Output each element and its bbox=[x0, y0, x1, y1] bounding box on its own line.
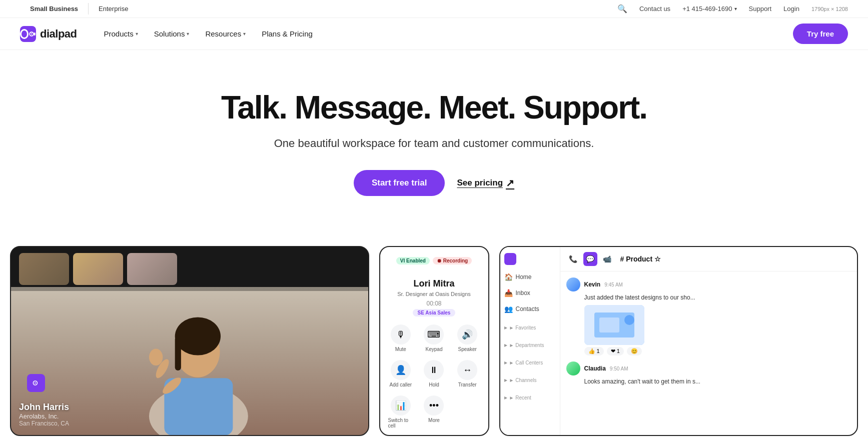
logo[interactable]: dialpad bbox=[20, 26, 77, 42]
msg-nav-channels[interactable]: ▶ ► Channels bbox=[504, 376, 556, 385]
nav-items: Products ▾ Solutions ▾ Resources ▾ Plans… bbox=[97, 26, 320, 42]
call-timer: 00:08 bbox=[426, 300, 441, 307]
contact-us-link[interactable]: Contact us bbox=[639, 5, 670, 12]
hero-subheadline: One beautiful workspace for team and cus… bbox=[20, 137, 848, 150]
video-thumbnail-1 bbox=[19, 253, 69, 285]
msg-nav-contacts[interactable]: 👥 Contacts bbox=[504, 303, 556, 315]
caller-title: Sr. Designer at Oasis Designs bbox=[397, 291, 471, 297]
reaction-smile[interactable]: 😊 bbox=[627, 347, 642, 356]
msg-header: 📞 💬 📹 # Product ☆ bbox=[560, 247, 857, 272]
favorites-chevron-icon: ▶ bbox=[504, 326, 507, 330]
main-nav: dialpad Products ▾ Solutions ▾ Resources… bbox=[0, 18, 868, 50]
msg-nav-icons: 🏠 Home 📥 Inbox 👥 Contacts ▶ ► Favorites … bbox=[504, 271, 556, 402]
login-link[interactable]: Login bbox=[783, 5, 799, 12]
kevin-name: Kevin bbox=[584, 281, 601, 288]
video-call-preview: John Harris Aerolabs, Inc. San Francisco… bbox=[10, 246, 369, 436]
try-free-button[interactable]: Try free bbox=[793, 24, 848, 44]
video-tab-icon[interactable]: 📹 bbox=[600, 252, 614, 266]
reaction-thumbs-up[interactable]: 👍 1 bbox=[584, 347, 604, 356]
reaction-heart[interactable]: ❤ 1 bbox=[607, 347, 624, 356]
kevin-time: 9:45 AM bbox=[604, 282, 623, 288]
hero-section: Talk. Message. Meet. Support. One beauti… bbox=[0, 50, 868, 246]
add-caller-control[interactable]: 👤 Add caller bbox=[388, 360, 414, 388]
transfer-icon: ↔ bbox=[457, 360, 477, 380]
nav-pricing[interactable]: Plans & Pricing bbox=[255, 26, 320, 42]
transfer-control[interactable]: ↔ Transfer bbox=[455, 360, 480, 388]
msg-nav-call-centers[interactable]: ▶ ► Call Centers bbox=[504, 358, 556, 368]
video-person-info: John Harris Aerolabs, Inc. San Francisco… bbox=[19, 402, 69, 427]
call-tag: SE Asia Sales bbox=[413, 309, 456, 316]
resources-chevron-icon: ▾ bbox=[243, 31, 246, 36]
search-icon[interactable]: 🔍 bbox=[617, 4, 627, 14]
message-tab-icon[interactable]: 💬 bbox=[583, 252, 597, 266]
keypad-icon: ⌨ bbox=[424, 324, 444, 344]
more-label: More bbox=[428, 418, 440, 423]
msg-nav-recent[interactable]: ▶ ► Recent bbox=[504, 393, 556, 402]
mute-label: Mute bbox=[395, 346, 406, 352]
mute-icon: 🎙 bbox=[391, 324, 411, 344]
nav-solutions[interactable]: Solutions ▾ bbox=[147, 26, 197, 42]
see-pricing-arrow-icon: ↗ bbox=[506, 177, 514, 189]
msg-header-icons: 📞 💬 📹 bbox=[566, 252, 614, 266]
msg-sender-kevin: Kevin 9:45 AM bbox=[566, 278, 851, 292]
dimensions-label: 1790px × 1208 bbox=[811, 6, 848, 12]
vi-enabled-badge: VI Enabled bbox=[396, 257, 430, 264]
msg-body: Kevin 9:45 AM Just added the latest desi… bbox=[560, 272, 857, 435]
message-image bbox=[584, 305, 644, 345]
hero-headline: Talk. Message. Meet. Support. bbox=[20, 90, 848, 125]
kevin-message-text: Just added the latest designs to our sho… bbox=[584, 294, 851, 302]
phone-status-bar: VI Enabled ⏺ Recording bbox=[396, 257, 472, 264]
logo-icon bbox=[20, 26, 36, 42]
start-free-trial-button[interactable]: Start free trial bbox=[354, 170, 445, 196]
departments-chevron-icon: ▶ bbox=[504, 343, 507, 348]
transfer-label: Transfer bbox=[458, 382, 477, 388]
keypad-control[interactable]: ⌨ Keypad bbox=[421, 324, 447, 352]
support-link[interactable]: Support bbox=[749, 5, 772, 12]
nav-resources[interactable]: Resources ▾ bbox=[198, 26, 253, 42]
home-icon: 🏠 bbox=[504, 273, 513, 281]
msg-main: 📞 💬 📹 # Product ☆ Kevin 9:45 AM Just add… bbox=[560, 247, 857, 435]
svg-point-5 bbox=[175, 317, 220, 355]
hold-icon: ⏸ bbox=[424, 360, 444, 380]
svg-rect-6 bbox=[175, 336, 181, 371]
solutions-chevron-icon: ▾ bbox=[187, 31, 189, 36]
switch-to-cell-icon: 📊 bbox=[391, 396, 411, 416]
switch-to-cell-control[interactable]: 📊 Switch to cell bbox=[388, 396, 414, 428]
video-thumbnail-3 bbox=[127, 253, 177, 285]
msg-sidebar-logo bbox=[504, 253, 516, 265]
svg-point-1 bbox=[31, 33, 32, 34]
speaker-control[interactable]: 🔊 Speaker bbox=[455, 324, 480, 352]
app-previews: John Harris Aerolabs, Inc. San Francisco… bbox=[0, 246, 868, 436]
video-person-location: San Francisco, CA bbox=[19, 420, 69, 427]
phone-number[interactable]: +1 415-469-1690 ▾ bbox=[682, 5, 736, 12]
video-thumbnails bbox=[11, 247, 368, 291]
caller-name: Lori Mitra bbox=[413, 278, 454, 289]
see-pricing-button[interactable]: See pricing ↗ bbox=[457, 177, 514, 189]
speaker-icon: 🔊 bbox=[457, 324, 477, 344]
svg-point-12 bbox=[35, 382, 36, 384]
hold-label: Hold bbox=[429, 382, 439, 388]
msg-nav-departments[interactable]: ▶ ► Departments bbox=[504, 340, 556, 350]
phone-tab-icon[interactable]: 📞 bbox=[566, 252, 580, 266]
mute-control[interactable]: 🎙 Mute bbox=[388, 324, 414, 352]
channels-chevron-icon: ▶ bbox=[504, 378, 507, 382]
claudia-time: 9:50 AM bbox=[610, 366, 628, 372]
tab-enterprise[interactable]: Enterprise bbox=[89, 3, 138, 14]
top-bar: Small Business Enterprise 🔍 Contact us +… bbox=[0, 0, 868, 18]
hero-buttons: Start free trial See pricing ↗ bbox=[20, 170, 848, 196]
call-controls: 🎙 Mute ⌨ Keypad 🔊 Speaker 👤 Add caller ⏸… bbox=[388, 324, 480, 428]
hold-control[interactable]: ⏸ Hold bbox=[421, 360, 447, 388]
tab-small-business[interactable]: Small Business bbox=[20, 3, 89, 14]
call-centers-chevron-icon: ▶ bbox=[504, 360, 507, 365]
msg-nav-favorites[interactable]: ▶ ► Favorites bbox=[504, 323, 556, 332]
video-thumbnail-2 bbox=[73, 253, 123, 285]
top-bar-tabs: Small Business Enterprise bbox=[20, 3, 138, 14]
nav-products[interactable]: Products ▾ bbox=[97, 26, 145, 42]
msg-nav-inbox[interactable]: 📥 Inbox bbox=[504, 287, 556, 299]
kevin-reactions: 👍 1 ❤ 1 😊 bbox=[584, 347, 851, 356]
more-control[interactable]: ••• More bbox=[421, 396, 447, 428]
video-person-company: Aerolabs, Inc. bbox=[19, 412, 69, 420]
products-chevron-icon: ▾ bbox=[136, 31, 138, 36]
claudia-avatar bbox=[566, 362, 580, 376]
msg-nav-home[interactable]: 🏠 Home bbox=[504, 271, 556, 283]
